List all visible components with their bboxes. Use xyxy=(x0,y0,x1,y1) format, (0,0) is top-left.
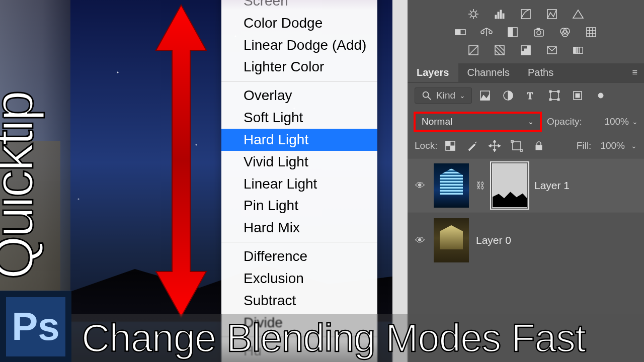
layer-name-label[interactable]: Layer 0 xyxy=(476,234,511,246)
layers-list: 👁⛓Layer 1👁Layer 0 xyxy=(408,157,644,268)
triangle-icon[interactable] xyxy=(571,8,585,20)
layer-row[interactable]: 👁⛓Layer 1 xyxy=(408,158,644,213)
balance-icon[interactable] xyxy=(479,26,494,38)
layer-kind-select[interactable]: Kind ⌄ xyxy=(415,87,472,104)
svg-rect-77 xyxy=(536,145,542,150)
blend-mode-option[interactable]: Exclusion xyxy=(221,267,377,290)
blend-mode-option[interactable]: Linear Light xyxy=(221,173,377,195)
grid-icon[interactable] xyxy=(584,26,598,38)
adjustment-filter-icon[interactable] xyxy=(501,89,515,102)
blend-mode-option[interactable]: Subtract xyxy=(221,290,377,312)
svg-rect-26 xyxy=(537,28,540,30)
lock-transparent-icon[interactable] xyxy=(443,140,457,152)
smartobj-filter-icon[interactable] xyxy=(571,89,585,102)
svg-rect-47 xyxy=(574,47,576,53)
svg-marker-16 xyxy=(573,10,583,18)
threshold-icon[interactable] xyxy=(506,26,520,38)
svg-text:T: T xyxy=(527,91,533,101)
svg-rect-11 xyxy=(498,12,499,19)
svg-marker-71 xyxy=(493,149,496,152)
blend-mode-option[interactable]: Screen xyxy=(221,0,377,12)
tab-layers[interactable]: Layers xyxy=(408,63,458,82)
lock-row: Lock: Fill: 100% ⌄ xyxy=(408,135,644,157)
visibility-toggle-icon[interactable]: 👁 xyxy=(414,180,427,192)
lock-artboard-icon[interactable] xyxy=(510,140,524,152)
svg-line-9 xyxy=(475,11,477,12)
svg-rect-63 xyxy=(576,94,580,98)
image-filter-icon[interactable] xyxy=(478,89,492,102)
curves-icon[interactable] xyxy=(519,8,533,20)
layer-thumbnail[interactable] xyxy=(434,218,469,262)
layer-mask-thumbnail[interactable] xyxy=(492,163,527,208)
layer-name-label[interactable]: Layer 1 xyxy=(534,179,570,192)
pattern-icon[interactable] xyxy=(493,44,507,56)
svg-rect-76 xyxy=(520,149,522,151)
invert-icon[interactable] xyxy=(466,44,480,56)
blend-mode-option[interactable]: Lighter Color xyxy=(221,56,377,78)
tab-paths[interactable]: Paths xyxy=(519,63,562,82)
fill-value[interactable]: 100% xyxy=(600,140,625,151)
svg-line-36 xyxy=(469,46,478,55)
tab-channels[interactable]: Channels xyxy=(458,63,519,82)
panel-menu-icon[interactable]: ≡ xyxy=(632,67,644,78)
layer-row[interactable]: 👁Layer 0 xyxy=(408,213,644,267)
levels-icon[interactable] xyxy=(545,8,559,20)
svg-point-64 xyxy=(598,93,603,98)
fill-label: Fill: xyxy=(577,140,592,151)
blend-mode-option[interactable]: Difference xyxy=(221,245,377,267)
lock-brush-icon[interactable] xyxy=(465,140,479,152)
camera-icon[interactable] xyxy=(532,26,546,38)
shape-filter-icon[interactable] xyxy=(547,89,561,102)
blend-mode-option[interactable]: Overlay xyxy=(221,84,377,107)
visibility-toggle-icon[interactable]: 👁 xyxy=(414,235,427,246)
channel-mixer-icon[interactable] xyxy=(558,26,572,38)
lock-label: Lock: xyxy=(415,140,437,151)
svg-line-8 xyxy=(470,16,471,18)
svg-rect-43 xyxy=(524,49,527,55)
blend-mode-option[interactable]: Soft Light xyxy=(221,107,377,129)
posterize-icon[interactable] xyxy=(519,44,533,56)
link-icon[interactable]: ⛓ xyxy=(476,180,485,191)
panel-gutter xyxy=(392,0,408,362)
blend-mode-option[interactable]: Hard Mix xyxy=(221,217,377,239)
panel-tabs: LayersChannelsPaths≡ xyxy=(408,63,644,82)
chevron-down-icon: ⌄ xyxy=(528,118,534,126)
blend-mode-option[interactable]: Color Dodge xyxy=(221,12,377,34)
layer-filter-row: Kind ⌄ T xyxy=(408,82,644,109)
text-filter-icon[interactable]: T xyxy=(524,89,538,102)
blend-mode-select[interactable]: Normal ⌄ xyxy=(414,112,542,132)
svg-rect-61 xyxy=(557,99,559,101)
svg-rect-50 xyxy=(580,47,583,53)
blend-mode-option[interactable]: Linear Dodge (Add) xyxy=(221,34,377,56)
envelope-icon[interactable] xyxy=(545,44,559,56)
svg-marker-72 xyxy=(489,144,491,147)
layer-kind-label: Kind xyxy=(436,90,455,101)
exposure-icon[interactable] xyxy=(466,8,480,20)
chevron-down-icon[interactable]: ⌄ xyxy=(632,118,638,126)
dot-icon[interactable] xyxy=(594,89,608,102)
blend-mode-option[interactable]: Pin Light xyxy=(221,195,377,217)
svg-point-25 xyxy=(537,31,541,35)
caption-text: Change Blending Modes Fast xyxy=(82,315,586,361)
opacity-value[interactable]: 100% xyxy=(604,116,629,127)
lock-move-icon[interactable] xyxy=(488,140,502,152)
svg-rect-44 xyxy=(527,46,530,55)
lock-all-icon[interactable] xyxy=(532,140,546,152)
blend-opacity-row: Normal ⌄ Opacity: 100% ⌄ xyxy=(408,109,644,135)
svg-rect-74 xyxy=(513,142,521,150)
search-icon xyxy=(421,90,432,101)
blend-mode-option[interactable]: Vivid Light xyxy=(221,151,377,173)
svg-rect-42 xyxy=(521,51,524,55)
layer-thumbnail[interactable] xyxy=(434,163,469,208)
gradient-icon[interactable] xyxy=(571,44,585,56)
svg-line-38 xyxy=(495,46,504,55)
blend-mode-dropdown-menu[interactable]: ScreenColor DodgeLinear Dodge (Add)Light… xyxy=(221,0,377,362)
gradient-map-icon[interactable] xyxy=(453,26,467,38)
svg-rect-58 xyxy=(549,90,551,93)
chevron-down-icon[interactable]: ⌄ xyxy=(631,142,637,150)
histogram-icon[interactable] xyxy=(493,8,507,20)
opacity-label: Opacity: xyxy=(547,116,582,127)
svg-rect-66 xyxy=(446,141,450,146)
blend-mode-option[interactable]: Hard Light xyxy=(221,129,377,151)
chevron-down-icon: ⌄ xyxy=(459,92,465,100)
